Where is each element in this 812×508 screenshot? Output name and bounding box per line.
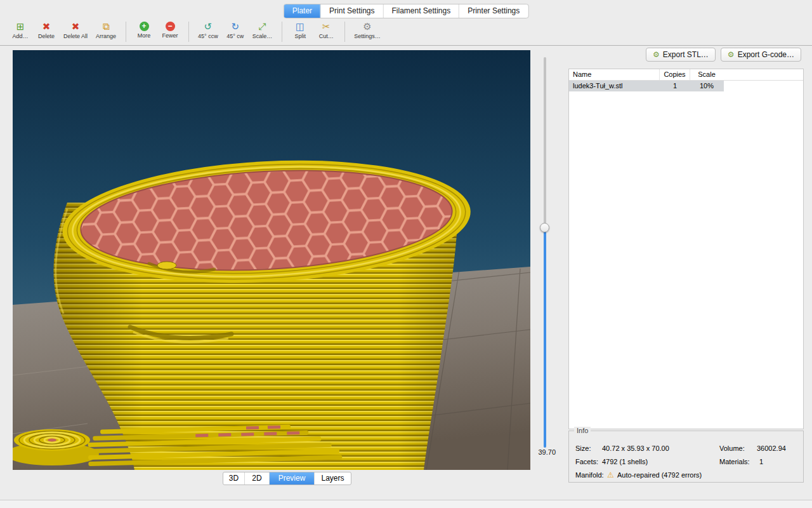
delete-icon: ✖ bbox=[43, 21, 51, 32]
settings-label: Settings… bbox=[354, 33, 381, 39]
rotate-cw-icon: ↻ bbox=[231, 21, 239, 32]
export-stl-icon: ⚙ bbox=[653, 50, 660, 59]
preview-canvas[interactable] bbox=[13, 50, 530, 470]
more-label: More bbox=[138, 32, 151, 39]
tab-printer-settings[interactable]: Printer Settings bbox=[459, 4, 528, 18]
slider-track-lower[interactable] bbox=[544, 224, 546, 448]
view-tab-3d[interactable]: 3D bbox=[223, 472, 245, 485]
view-tab-preview[interactable]: Preview bbox=[270, 472, 315, 485]
footer-area bbox=[0, 500, 812, 508]
toolbar-separator bbox=[126, 22, 126, 42]
object-list-header: Name Copies Scale bbox=[569, 69, 803, 81]
split-label: Split bbox=[294, 33, 306, 39]
fewer-button[interactable]: − Fewer bbox=[161, 19, 179, 39]
table-row[interactable]: ludek3-Tuł_w.stl 1 10% bbox=[569, 81, 724, 91]
object-name: ludek3-Tuł_w.stl bbox=[569, 81, 660, 91]
cut-icon: ✂ bbox=[322, 21, 331, 32]
fewer-label: Fewer bbox=[162, 32, 178, 39]
export-stl-button[interactable]: ⚙ Export STL… bbox=[646, 48, 716, 62]
delete-all-button[interactable]: ✖ Delete All bbox=[63, 19, 88, 39]
object-list: Name Copies Scale ludek3-Tuł_w.stl 1 10% bbox=[568, 69, 804, 429]
volume-label: Volume: bbox=[719, 444, 745, 452]
view-tab-bar: 3D 2D Preview Layers bbox=[223, 472, 351, 485]
scale-button[interactable]: ⤢ Scale… bbox=[252, 19, 273, 39]
settings-button[interactable]: ⚙ Settings… bbox=[354, 19, 381, 39]
tab-plater[interactable]: Plater bbox=[284, 4, 321, 18]
rotate-ccw-label: 45° ccw bbox=[198, 33, 218, 39]
materials-label: Materials: bbox=[719, 458, 750, 465]
slider-track-upper[interactable] bbox=[544, 57, 546, 224]
tab-print-settings[interactable]: Print Settings bbox=[321, 4, 383, 18]
info-panel-title: Info bbox=[574, 427, 591, 434]
main-tab-bar: Plater Print Settings Filament Settings … bbox=[284, 4, 529, 18]
materials-value: 1 bbox=[759, 458, 763, 465]
export-stl-label: Export STL… bbox=[663, 50, 709, 59]
manifold-label: Manifold: bbox=[575, 471, 604, 479]
export-gcode-label: Export G-code… bbox=[738, 50, 794, 59]
split-icon: ◫ bbox=[296, 21, 304, 32]
add-label: Add… bbox=[12, 33, 28, 39]
arrange-button[interactable]: ⧉ Arrange bbox=[96, 19, 116, 39]
arrange-icon: ⧉ bbox=[103, 21, 110, 32]
size-label: Size: bbox=[575, 444, 591, 452]
3d-preview-scene bbox=[13, 50, 530, 470]
facets-value: 4792 (1 shells) bbox=[602, 458, 648, 465]
toolbar: ⊞ Add… ✖ Delete ✖ Delete All ⧉ Arrange +… bbox=[0, 19, 812, 46]
settings-icon: ⚙ bbox=[363, 21, 371, 32]
layer-height-value: 39.70 bbox=[529, 448, 556, 456]
add-button[interactable]: ⊞ Add… bbox=[11, 19, 29, 39]
column-header-scale[interactable]: Scale bbox=[690, 69, 723, 80]
tab-filament-settings[interactable]: Filament Settings bbox=[383, 4, 459, 18]
scale-icon: ⤢ bbox=[258, 21, 266, 32]
rotate-cw-label: 45° cw bbox=[226, 33, 244, 39]
rotate-cw-button[interactable]: ↻ 45° cw bbox=[226, 19, 244, 39]
toolbar-separator bbox=[282, 22, 282, 42]
slic3r-window: Plater Print Settings Filament Settings … bbox=[0, 0, 812, 508]
export-gcode-button[interactable]: ⚙ Export G-code… bbox=[721, 48, 801, 62]
more-icon: + bbox=[140, 22, 149, 31]
toolbar-separator bbox=[188, 22, 189, 42]
rotate-ccw-button[interactable]: ↺ 45° ccw bbox=[198, 19, 218, 39]
more-button[interactable]: + More bbox=[135, 19, 153, 39]
info-panel: Info Size: 40.72 x 35.93 x 70.00 Volume:… bbox=[568, 431, 804, 483]
facets-label: Facets: bbox=[575, 458, 598, 465]
cut-label: Cut… bbox=[319, 33, 334, 39]
fewer-icon: − bbox=[166, 22, 175, 31]
size-value: 40.72 x 35.93 x 70.00 bbox=[602, 444, 669, 452]
warning-icon: ⚠ bbox=[607, 471, 614, 479]
delete-label: Delete bbox=[38, 33, 55, 39]
view-tab-2d[interactable]: 2D bbox=[245, 472, 270, 485]
delete-all-label: Delete All bbox=[63, 33, 88, 39]
add-icon: ⊞ bbox=[16, 21, 25, 32]
object-scale: 10% bbox=[690, 81, 723, 91]
slider-handle[interactable] bbox=[540, 223, 549, 232]
delete-all-icon: ✖ bbox=[72, 21, 80, 32]
export-gcode-icon: ⚙ bbox=[728, 50, 735, 59]
column-header-name[interactable]: Name bbox=[569, 69, 660, 80]
scale-label: Scale… bbox=[252, 33, 273, 39]
delete-button[interactable]: ✖ Delete bbox=[37, 19, 55, 39]
cut-button[interactable]: ✂ Cut… bbox=[317, 19, 335, 39]
volume-value: 36002.94 bbox=[757, 444, 786, 452]
object-copies: 1 bbox=[660, 81, 690, 91]
column-header-copies[interactable]: Copies bbox=[660, 69, 690, 80]
manifold-value: Auto-repaired (4792 errors) bbox=[617, 471, 702, 479]
rotate-ccw-icon: ↺ bbox=[204, 21, 213, 32]
arrange-label: Arrange bbox=[96, 33, 116, 39]
toolbar-separator bbox=[344, 22, 345, 42]
export-button-bar: ⚙ Export STL… ⚙ Export G-code… bbox=[646, 48, 801, 62]
split-button[interactable]: ◫ Split bbox=[291, 19, 309, 39]
view-tab-layers[interactable]: Layers bbox=[315, 472, 351, 485]
